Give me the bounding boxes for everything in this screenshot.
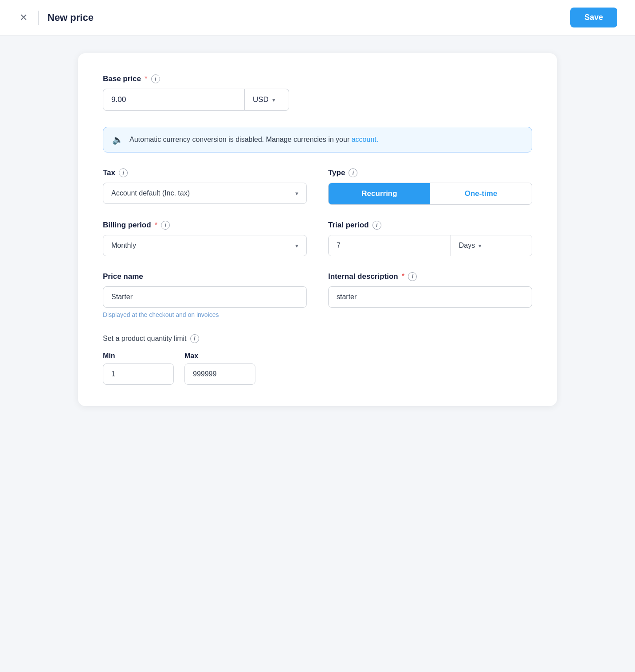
max-input[interactable] <box>184 363 255 385</box>
billing-period-required: * <box>155 221 158 230</box>
currency-notice-link[interactable]: account. <box>352 136 378 143</box>
tax-select[interactable]: Account default (Inc. tax) ▾ <box>103 183 307 204</box>
price-name-input[interactable] <box>103 286 307 308</box>
currency-select[interactable]: USD ▾ <box>245 89 289 111</box>
trial-period-label-row: Trial period i <box>328 221 532 230</box>
internal-description-info-icon[interactable]: i <box>408 272 417 281</box>
currency-chevron-icon: ▾ <box>272 97 275 103</box>
min-max-row: Min Max <box>103 352 532 385</box>
price-name-label-row: Price name <box>103 272 307 281</box>
min-col: Min <box>103 352 174 385</box>
base-price-section: Base price * i USD ▾ <box>103 74 532 111</box>
base-price-required: * <box>145 74 148 83</box>
max-col: Max <box>184 352 255 385</box>
price-name-col: Price name Displayed at the checkout and… <box>103 272 307 318</box>
trial-period-col: Trial period i Days ▾ <box>328 221 532 256</box>
currency-notice: 🔈 Automatic currency conversion is disab… <box>103 127 532 152</box>
base-price-label-row: Base price * i <box>103 74 532 83</box>
min-input[interactable] <box>103 363 174 385</box>
type-toggle: Recurring One-time <box>328 183 532 205</box>
tax-chevron-icon: ▾ <box>295 190 298 197</box>
billing-period-label-row: Billing period * i <box>103 221 307 230</box>
base-price-input-row: USD ▾ <box>103 89 532 111</box>
type-col: Type i Recurring One-time <box>328 168 532 205</box>
header-left: ✕ New price <box>18 11 94 25</box>
trial-period-number-input[interactable] <box>329 235 451 256</box>
save-button[interactable]: Save <box>570 8 617 27</box>
price-name-label: Price name <box>103 272 143 281</box>
base-price-info-icon[interactable]: i <box>151 74 160 83</box>
type-label: Type <box>328 168 345 177</box>
billing-period-col: Billing period * i Monthly ▾ <box>103 221 307 256</box>
speaker-icon: 🔈 <box>112 134 123 145</box>
quantity-section: Set a product quantity limit i Min Max <box>103 334 532 385</box>
form-card: Base price * i USD ▾ 🔈 Automatic currenc… <box>78 53 557 406</box>
trial-period-field: Days ▾ <box>328 235 532 256</box>
header-divider <box>38 11 39 25</box>
base-price-label: Base price <box>103 74 141 83</box>
header: ✕ New price Save <box>0 0 635 35</box>
trial-unit-value: Days <box>459 242 475 250</box>
tax-info-icon[interactable]: i <box>119 168 128 177</box>
close-button[interactable]: ✕ <box>18 11 29 24</box>
max-label: Max <box>184 352 255 360</box>
quantity-limit-label: Set a product quantity limit <box>103 335 187 343</box>
internal-description-label-row: Internal description * i <box>328 272 532 281</box>
tax-value: Account default (Inc. tax) <box>111 189 190 197</box>
internal-description-label: Internal description <box>328 272 398 281</box>
tax-col: Tax i Account default (Inc. tax) ▾ <box>103 168 307 205</box>
internal-description-input[interactable] <box>328 286 532 308</box>
trial-unit-select[interactable]: Days ▾ <box>451 235 532 256</box>
base-price-input[interactable] <box>103 89 245 111</box>
tax-label: Tax <box>103 168 115 177</box>
type-recurring-button[interactable]: Recurring <box>329 183 430 204</box>
type-label-row: Type i <box>328 168 532 177</box>
currency-notice-section: 🔈 Automatic currency conversion is disab… <box>103 127 532 152</box>
internal-description-col: Internal description * i <box>328 272 532 318</box>
quantity-info-icon[interactable]: i <box>190 334 199 343</box>
currency-value: USD <box>253 95 269 104</box>
trial-period-info-icon[interactable]: i <box>372 221 381 230</box>
type-onetime-button[interactable]: One-time <box>430 183 532 204</box>
name-description-row: Price name Displayed at the checkout and… <box>103 272 532 318</box>
billing-period-select[interactable]: Monthly ▾ <box>103 235 307 256</box>
price-name-helper: Displayed at the checkout and on invoice… <box>103 311 307 318</box>
billing-trial-row: Billing period * i Monthly ▾ Trial perio… <box>103 221 532 256</box>
page-title: New price <box>47 12 94 23</box>
trial-period-label: Trial period <box>328 221 369 230</box>
tax-type-row: Tax i Account default (Inc. tax) ▾ Type … <box>103 168 532 205</box>
billing-period-value: Monthly <box>111 242 136 250</box>
type-info-icon[interactable]: i <box>349 168 357 177</box>
main-content: Base price * i USD ▾ 🔈 Automatic currenc… <box>0 35 635 424</box>
min-label: Min <box>103 352 174 360</box>
tax-label-row: Tax i <box>103 168 307 177</box>
internal-description-required: * <box>402 272 405 281</box>
billing-period-info-icon[interactable]: i <box>161 221 170 230</box>
currency-notice-text: Automatic currency conversion is disable… <box>129 136 378 144</box>
trial-unit-chevron-icon: ▾ <box>478 242 482 249</box>
billing-period-chevron-icon: ▾ <box>295 242 298 249</box>
billing-period-label: Billing period <box>103 221 151 230</box>
quantity-label-row: Set a product quantity limit i <box>103 334 532 343</box>
